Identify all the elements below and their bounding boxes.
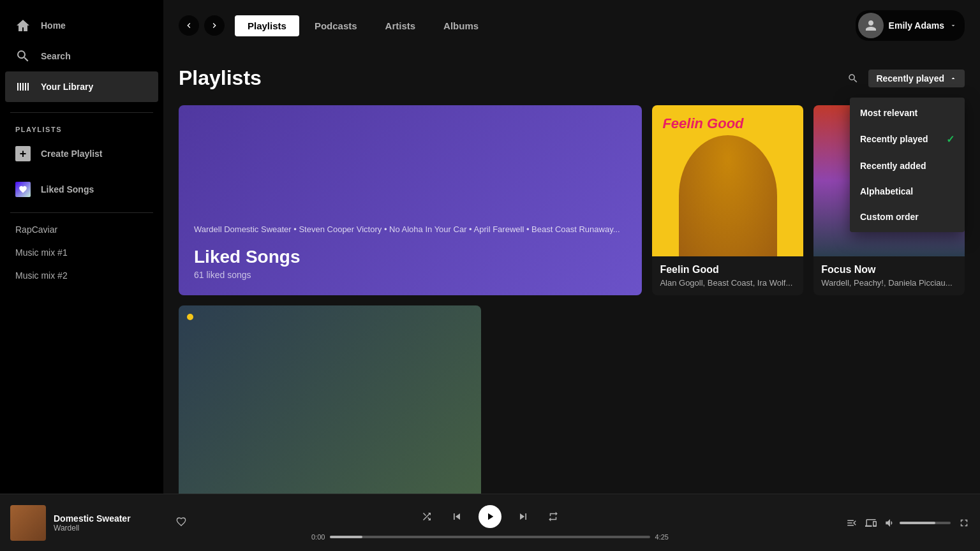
create-playlist-label: Create Playlist	[41, 149, 103, 159]
feelin-good-title: Feelin Good	[660, 264, 796, 276]
good-badge	[184, 311, 197, 323]
sidebar-playlist-musicmix2[interactable]: Music mix #2	[0, 264, 163, 287]
back-icon	[184, 20, 194, 31]
back-button[interactable]	[179, 15, 199, 36]
volume-control	[884, 517, 951, 529]
progress-fill	[330, 536, 362, 538]
user-menu-button[interactable]: Emily Adams	[856, 10, 965, 41]
sidebar-search-label: Search	[41, 51, 71, 61]
feelin-good-overlay-text: Feelin Good	[662, 115, 743, 132]
liked-songs-card-title: Liked Songs	[194, 247, 627, 267]
tab-artists[interactable]: Artists	[373, 15, 429, 36]
player-artist: Wardell	[54, 524, 166, 533]
main-area: Home Search Your Library PLAYLISTS + Cre…	[0, 0, 980, 494]
player-center: 0:00 4:25	[189, 505, 791, 541]
page-title: Playlists	[179, 66, 262, 90]
sidebar-playlist-musicmix1[interactable]: Music mix #1	[0, 241, 163, 264]
liked-songs-label: Liked Songs	[41, 184, 94, 195]
previous-button[interactable]	[448, 508, 466, 525]
fullscreen-button[interactable]	[958, 517, 970, 529]
sidebar-item-search[interactable]: Search	[5, 41, 158, 71]
progress-track[interactable]	[330, 536, 650, 538]
play-icon	[484, 511, 496, 522]
person-silhouette	[679, 135, 777, 256]
liked-songs-text: Wardell Domestic Sweater • Steven Cooper…	[194, 223, 627, 237]
good-card[interactable]: Goo... Kid Indigo, Ira Wolf, Marie-Clo..…	[179, 305, 481, 494]
tab-playlists[interactable]: Playlists	[235, 15, 299, 36]
heart-icon	[176, 517, 186, 527]
sidebar-library-label: Your Library	[41, 82, 93, 92]
player-right	[791, 517, 970, 529]
tab-albums[interactable]: Albums	[431, 15, 491, 36]
player-track-info: Domestic Sweater Wardell	[54, 513, 166, 533]
sort-label: Recently played	[876, 73, 944, 84]
home-icon	[15, 18, 31, 33]
queue-button[interactable]	[846, 517, 858, 529]
feelin-good-card[interactable]: Feelin Good Feelin Good Alan Gogoll, Bea…	[652, 105, 803, 295]
sort-option-alphabetical[interactable]: Alphabetical	[850, 179, 965, 204]
sort-dropdown-button[interactable]: Recently played Most relevant Recently p…	[868, 70, 965, 87]
current-time: 0:00	[311, 533, 325, 541]
sort-option-most-relevant[interactable]: Most relevant	[850, 100, 965, 126]
devices-icon	[865, 517, 877, 529]
sort-option-recently-added[interactable]: Recently added	[850, 153, 965, 179]
topbar-right: Emily Adams	[856, 10, 965, 41]
next-button[interactable]	[514, 508, 532, 525]
volume-button[interactable]	[884, 517, 896, 529]
sort-option-label: Recently played	[860, 134, 928, 144]
sidebar-divider-2	[10, 212, 153, 213]
heart-solid-icon	[19, 185, 27, 194]
focus-now-title: Focus Now	[821, 264, 957, 276]
sidebar-item-home[interactable]: Home	[5, 10, 158, 41]
sidebar-home-label: Home	[41, 20, 66, 31]
sidebar-nav: Home Search Your Library	[0, 5, 163, 107]
content-area: Playlists Podcasts Artists Albums Emily …	[163, 0, 980, 494]
player-track-name: Domestic Sweater	[54, 513, 166, 524]
shuffle-button[interactable]	[419, 508, 435, 525]
svg-point-1	[187, 314, 193, 320]
repeat-button[interactable]	[545, 508, 561, 525]
playlists-section-label: PLAYLISTS	[0, 118, 163, 136]
sort-option-label: Custom order	[860, 212, 919, 222]
sort-check-icon: ✓	[946, 133, 954, 145]
volume-track[interactable]	[900, 522, 951, 524]
focus-now-subtitle: Wardell, Peachy!, Daniela Picciau...	[821, 278, 957, 288]
nav-tabs: Playlists Podcasts Artists Albums	[235, 15, 491, 36]
content-inner: Playlists Recently played Most relevant	[163, 51, 980, 494]
total-time: 4:25	[655, 533, 669, 541]
shuffle-icon	[421, 511, 433, 522]
create-playlist-button[interactable]: + Create Playlist	[5, 138, 158, 169]
sort-option-custom-order[interactable]: Custom order	[850, 204, 965, 230]
search-icon-sm	[847, 73, 859, 84]
like-button[interactable]	[174, 514, 189, 532]
sidebar: Home Search Your Library PLAYLISTS + Cre…	[0, 0, 163, 494]
topbar: Playlists Podcasts Artists Albums Emily …	[163, 0, 980, 51]
chevron-down-icon	[949, 22, 957, 29]
liked-songs-button[interactable]: Liked Songs	[5, 174, 158, 205]
sidebar-item-library[interactable]: Your Library	[5, 71, 158, 102]
feelin-good-image: Feelin Good	[652, 105, 803, 256]
sort-option-recently-played[interactable]: Recently played ✓	[850, 126, 965, 153]
sort-chevron-icon	[949, 75, 957, 82]
svg-point-0	[660, 114, 667, 120]
devices-button[interactable]	[865, 517, 877, 529]
forward-button[interactable]	[204, 15, 225, 36]
progress-bar: 0:00 4:25	[311, 533, 669, 541]
player-bar: Domestic Sweater Wardell	[0, 494, 980, 551]
feelin-good-info: Feelin Good Alan Gogoll, Beast Coast, Ir…	[652, 256, 803, 295]
focus-now-info: Focus Now Wardell, Peachy!, Daniela Picc…	[813, 256, 965, 295]
liked-songs-card[interactable]: Wardell Domestic Sweater • Steven Cooper…	[179, 105, 642, 295]
playlist-label: Music mix #1	[15, 247, 68, 258]
sort-dropdown-menu: Most relevant Recently played ✓ Recently…	[850, 98, 965, 232]
app: Home Search Your Library PLAYLISTS + Cre…	[0, 0, 980, 551]
volume-icon	[884, 517, 896, 529]
sidebar-playlist-rapcaviar[interactable]: RapCaviar	[0, 218, 163, 241]
tab-podcasts[interactable]: Podcasts	[302, 15, 370, 36]
fullscreen-icon	[958, 517, 970, 529]
search-icon	[15, 48, 31, 64]
content-search-button[interactable]	[843, 68, 863, 89]
play-pause-button[interactable]	[479, 505, 501, 528]
good-img-wrap	[179, 305, 481, 494]
sort-option-label: Alphabetical	[860, 186, 913, 196]
spotify-badge-feelin	[657, 110, 670, 123]
